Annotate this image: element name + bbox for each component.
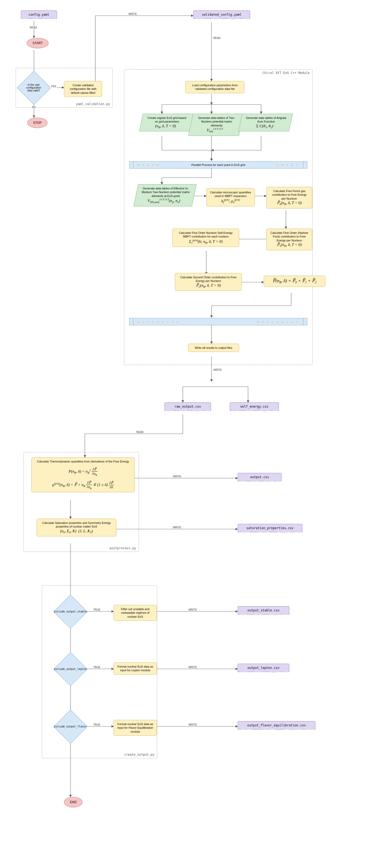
process-microscopic: Calculate microscopic quantities used in… [206,188,255,207]
file-output-stable: output_stable.csv [238,606,289,615]
edge-no: NO [31,106,36,109]
file-output-lepton: output_lepton.csv [238,664,289,672]
process-f1: Calculate First Order (Hartree Fock) con… [266,229,312,250]
file-validated-config: validated_config.yaml [193,10,250,19]
file-config-yaml: config.yaml [21,10,57,19]
module-label-chiral: Chiral EFT EoS C++ Module [263,71,310,75]
edge-write-1: WRITE [128,12,137,16]
parallel-bar-top: ◇ ◇ ◇ ◇ ◇ Parallel Process for each poin… [129,161,307,168]
file-raw-output: raw_output.csv [165,402,211,411]
decision-include-stable: include_output_stable [59,600,82,623]
edge-write-2: WRITE [213,368,222,371]
edge-write-4: WRITE [172,526,182,529]
process-self-energy: Calculate First Order Nucleon Self-Energ… [172,229,239,247]
process-sum: F̄(nB, δ) = F̄0 + F̄1 + F̄2 [264,276,326,287]
process-f0: Calculate Free Fermi gas contribution to… [266,187,312,209]
process-write-results: Write all results to output files [188,344,239,352]
parallel-bar-bottom: ◇ ◇ ◇ ◇ ◇ ◇ ◇ ◇ ◇ ◇ ◇ ◇ ◇ ◇ ◇ ◇ ◇ ◇ [129,318,307,325]
data-angular: Generate data tables of Angular Sum Func… [238,114,293,131]
process-filter-stable: Filter out unstable and metastable regim… [113,605,157,621]
decision-include-flavor: include_output_flavor [59,715,82,738]
edge-write-5: WRITE [188,608,197,611]
edge-true-3: TRUE [93,723,101,726]
terminal-end: END [64,797,82,807]
edge-write-6: WRITE [188,666,197,669]
decision-include-lepton: include_output_lepton [59,657,82,681]
edge-write-7: WRITE [188,723,197,726]
data-nn-potential: Generate data tables of Two-Nucleon pote… [188,114,244,136]
data-effective-medium: Generate data tables of Effective In-Med… [133,184,197,207]
edge-yes: YES [50,85,57,88]
terminal-stop: STOP [27,118,47,128]
process-format-flavor: Format nuclear EoS data as input for Fla… [113,720,157,736]
file-saturation: saturation_properties.csv [238,524,302,532]
decision-config-valid: Is the user configuration data valid? [22,76,45,99]
edge-read-2: READ [213,37,221,39]
process-load-config: Load configuration parameters from valid… [185,81,244,93]
file-output: output.csv [238,473,281,481]
process-f2: Calculate Second Order contribution to F… [175,273,242,291]
data-grid: Create regular EoS grid based on grid pa… [139,114,194,131]
edge-read-3: READ [136,431,144,433]
file-output-flavor: output_flavor_equilibration.csv [238,721,315,730]
process-create-validated: Create validated configuration file with… [64,81,102,97]
process-thermo: Calculate Thermodynamic quantities from … [31,457,135,492]
process-saturation: Calculate Saturation properties and Symm… [37,519,116,536]
edge-true-1: TRUE [93,608,101,611]
module-label-yaml: yaml_validation.py [76,102,110,106]
edge-true-2: TRUE [93,666,101,669]
module-label-postprocess: postprocess.py [110,546,136,550]
file-self-energy: self_energy.csv [230,402,279,411]
flowchart-canvas: config.yaml validated_config.yaml raw_ou… [5,5,371,863]
edge-read-1: READ [29,26,38,29]
edge-write-3: WRITE [172,475,182,478]
module-label-create-output: create_output.py [124,753,154,756]
terminal-start: START [27,38,48,48]
process-format-lepton: Format nuclear EoS data as input for Lep… [113,662,157,675]
